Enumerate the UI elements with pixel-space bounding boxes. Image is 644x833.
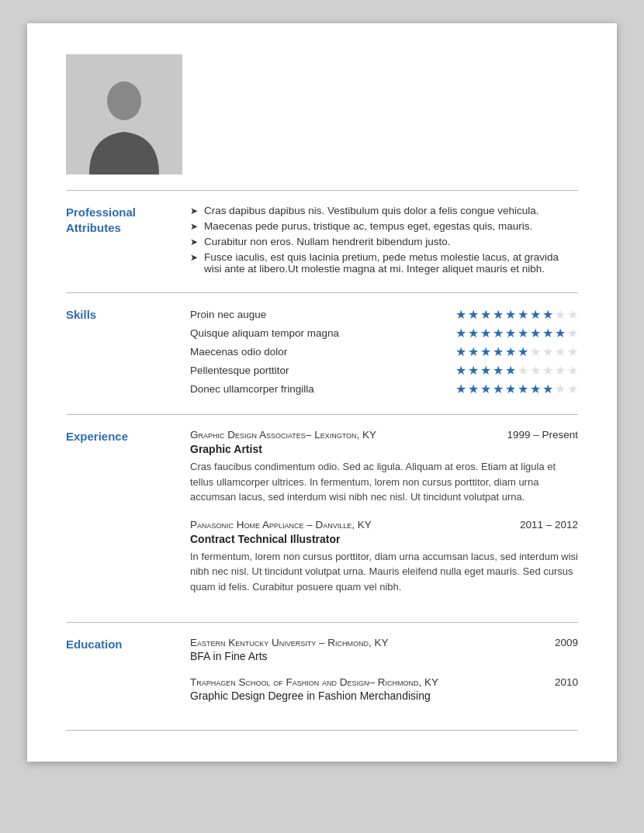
exp-dates: 1999 – Present bbox=[507, 429, 578, 441]
skill-row: Pellentesque porttitor★★★★★★★★★★ bbox=[190, 363, 578, 378]
skill-row: Donec ullamcorper fringilla★★★★★★★★★★ bbox=[190, 382, 578, 396]
skill-name: Donec ullamcorper fringilla bbox=[190, 383, 455, 395]
filled-star: ★ bbox=[530, 326, 541, 340]
education-content: Eastern Kentucky University – Richmond, … bbox=[190, 637, 578, 716]
svg-point-0 bbox=[107, 81, 141, 120]
edu-header: Eastern Kentucky University – Richmond, … bbox=[190, 637, 578, 648]
filled-star: ★ bbox=[468, 307, 479, 322]
professional-content: Cras dapibus dapibus nis. Vestibulum qui… bbox=[190, 205, 578, 278]
filled-star: ★ bbox=[493, 382, 504, 396]
empty-star: ★ bbox=[567, 363, 578, 378]
experience-label: Experience bbox=[66, 429, 190, 608]
filled-star: ★ bbox=[530, 382, 541, 396]
empty-star: ★ bbox=[555, 382, 566, 396]
exp-entry: Graphic Design Associates– Lexington, KY… bbox=[190, 429, 578, 505]
filled-star: ★ bbox=[518, 344, 528, 359]
empty-star: ★ bbox=[542, 363, 553, 378]
empty-star: ★ bbox=[567, 326, 578, 340]
filled-star: ★ bbox=[518, 326, 528, 340]
exp-entry: Panasonic Home Appliance – Danville, KY2… bbox=[190, 519, 578, 595]
edu-year: 2010 bbox=[555, 676, 578, 688]
filled-star: ★ bbox=[505, 307, 516, 322]
list-item: Curabitur non eros. Nullam hendrerit bib… bbox=[190, 236, 578, 247]
edu-header: Traphagen School of Fashion and Design– … bbox=[190, 676, 578, 688]
skill-row: Maecenas odio dolor★★★★★★★★★★ bbox=[190, 344, 578, 359]
filled-star: ★ bbox=[518, 382, 528, 396]
professional-label: ProfessionalAttributes bbox=[66, 205, 190, 278]
filled-star: ★ bbox=[455, 307, 466, 322]
filled-star: ★ bbox=[518, 307, 528, 322]
filled-star: ★ bbox=[468, 326, 479, 340]
filled-star: ★ bbox=[530, 307, 541, 322]
exp-desc: In fermentum, lorem non cursus porttitor… bbox=[190, 549, 578, 595]
filled-star: ★ bbox=[542, 307, 553, 322]
experience-section: Experience Graphic Design Associates– Le… bbox=[66, 414, 578, 622]
skill-stars: ★★★★★★★★★★ bbox=[455, 382, 578, 396]
filled-star: ★ bbox=[468, 363, 479, 378]
filled-star: ★ bbox=[542, 326, 553, 340]
exp-header: Panasonic Home Appliance – Danville, KY2… bbox=[190, 519, 578, 531]
empty-star: ★ bbox=[518, 363, 528, 378]
skill-stars: ★★★★★★★★★★ bbox=[455, 326, 578, 340]
edu-entry: Eastern Kentucky University – Richmond, … bbox=[190, 637, 578, 662]
exp-desc: Cras faucibus condimentum odio. Sed ac l… bbox=[190, 459, 578, 505]
exp-title: Graphic Artist bbox=[190, 443, 578, 455]
avatar bbox=[66, 54, 182, 175]
skills-content: Proin nec augue★★★★★★★★★★Quisque aliquam… bbox=[190, 307, 578, 400]
empty-star: ★ bbox=[542, 344, 553, 359]
edu-school: Eastern Kentucky University – Richmond, … bbox=[190, 637, 389, 648]
skill-name: Quisque aliquam tempor magna bbox=[190, 327, 455, 339]
skills-label: Skills bbox=[66, 307, 190, 400]
filled-star: ★ bbox=[455, 326, 466, 340]
filled-star: ★ bbox=[468, 382, 479, 396]
exp-company: Panasonic Home Appliance – Danville, KY bbox=[190, 519, 372, 531]
filled-star: ★ bbox=[505, 382, 516, 396]
skill-name: Proin nec augue bbox=[190, 309, 455, 320]
empty-star: ★ bbox=[530, 363, 541, 378]
empty-star: ★ bbox=[530, 344, 541, 359]
filled-star: ★ bbox=[505, 326, 516, 340]
filled-star: ★ bbox=[493, 307, 504, 322]
skill-row: Proin nec augue★★★★★★★★★★ bbox=[190, 307, 578, 322]
skill-stars: ★★★★★★★★★★ bbox=[455, 307, 578, 322]
edu-school: Traphagen School of Fashion and Design– … bbox=[190, 676, 438, 688]
filled-star: ★ bbox=[480, 307, 491, 322]
list-item: Fusce iaculis, est quis lacinia pretium,… bbox=[190, 251, 578, 275]
empty-star: ★ bbox=[555, 307, 566, 322]
skill-stars: ★★★★★★★★★★ bbox=[455, 344, 578, 359]
filled-star: ★ bbox=[480, 382, 491, 396]
filled-star: ★ bbox=[480, 363, 491, 378]
experience-content: Graphic Design Associates– Lexington, KY… bbox=[190, 429, 578, 608]
exp-company: Graphic Design Associates– Lexington, KY bbox=[190, 429, 376, 441]
edu-entry: Traphagen School of Fashion and Design– … bbox=[190, 676, 578, 702]
edu-degree: Graphic Design Degree in Fashion Merchan… bbox=[190, 690, 578, 702]
filled-star: ★ bbox=[468, 344, 479, 359]
empty-star: ★ bbox=[555, 363, 566, 378]
filled-star: ★ bbox=[505, 363, 516, 378]
filled-star: ★ bbox=[493, 326, 504, 340]
filled-star: ★ bbox=[455, 363, 466, 378]
filled-star: ★ bbox=[455, 382, 466, 396]
education-section: Education Eastern Kentucky University – … bbox=[66, 622, 578, 731]
filled-star: ★ bbox=[493, 363, 504, 378]
empty-star: ★ bbox=[567, 344, 578, 359]
skill-row: Quisque aliquam tempor magna★★★★★★★★★★ bbox=[190, 326, 578, 340]
edu-degree: BFA in Fine Arts bbox=[190, 650, 578, 662]
filled-star: ★ bbox=[455, 344, 466, 359]
header-info bbox=[206, 54, 578, 70]
list-item: Cras dapibus dapibus nis. Vestibulum qui… bbox=[190, 205, 578, 216]
education-label: Education bbox=[66, 637, 190, 716]
empty-star: ★ bbox=[567, 307, 578, 322]
filled-star: ★ bbox=[480, 344, 491, 359]
list-item: Maecenas pede purus, tristique ac, tempu… bbox=[190, 220, 578, 232]
filled-star: ★ bbox=[493, 344, 504, 359]
empty-star: ★ bbox=[567, 382, 578, 396]
skill-name: Maecenas odio dolor bbox=[190, 346, 455, 358]
filled-star: ★ bbox=[542, 382, 553, 396]
skill-stars: ★★★★★★★★★★ bbox=[455, 363, 578, 378]
professional-section: ProfessionalAttributes Cras dapibus dapi… bbox=[66, 190, 578, 292]
empty-star: ★ bbox=[555, 344, 566, 359]
header-section bbox=[66, 54, 578, 175]
exp-title: Contract Technical Illustrator bbox=[190, 533, 578, 545]
skill-name: Pellentesque porttitor bbox=[190, 365, 455, 376]
